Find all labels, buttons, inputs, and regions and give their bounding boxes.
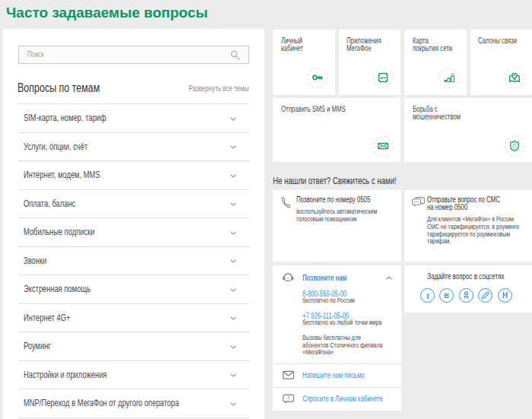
svg-text:APP: APP [380, 76, 386, 80]
svg-text:f: f [426, 292, 429, 300]
svg-text:?: ? [287, 395, 290, 401]
svg-text:В: В [444, 291, 449, 300]
svg-text:Н: Н [502, 291, 507, 300]
